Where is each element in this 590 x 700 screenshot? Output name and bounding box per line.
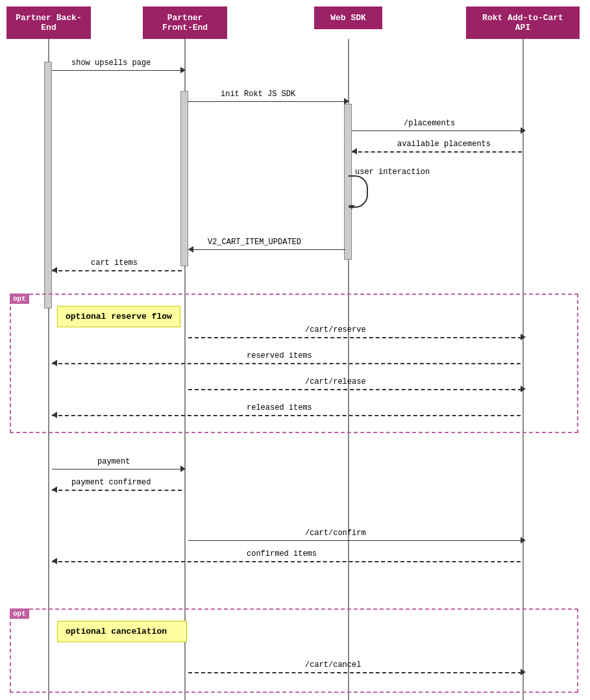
actor-partner-backend: Partner Back-End bbox=[6, 6, 91, 39]
actor-web-sdk: Web SDK bbox=[314, 6, 382, 29]
note-reserve-flow: optional reserve flow bbox=[57, 306, 180, 327]
note-cancelation: optional cancelation bbox=[57, 621, 187, 642]
actor-rokt-api: Rokt Add-to-Cart API bbox=[466, 6, 580, 39]
sequence-diagram: Partner Back-End Partner Front-End Web S… bbox=[0, 0, 590, 700]
activation-backend-1 bbox=[44, 62, 52, 308]
activation-frontend-1 bbox=[180, 91, 188, 266]
actor-partner-frontend: Partner Front-End bbox=[143, 6, 227, 39]
opt-label-cancel: opt bbox=[10, 608, 29, 619]
opt-label-reserve: opt bbox=[10, 294, 29, 304]
